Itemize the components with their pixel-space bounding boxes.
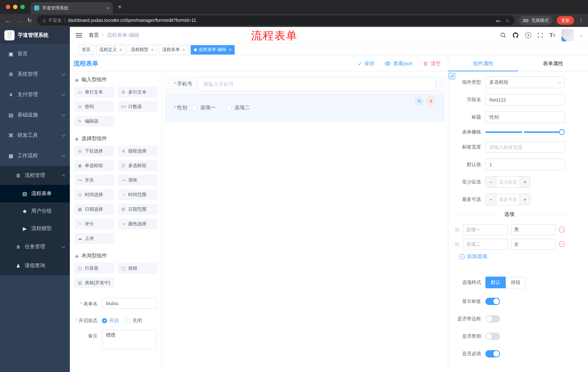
grid-slider[interactable] bbox=[485, 131, 562, 133]
chevron-down-icon[interactable] bbox=[580, 34, 583, 37]
search-icon[interactable] bbox=[500, 32, 506, 38]
form-remark-textarea[interactable]: 嘿嘿 bbox=[102, 330, 157, 350]
decrease-button[interactable]: − bbox=[486, 194, 496, 205]
drag-handle-icon[interactable] bbox=[454, 227, 460, 233]
tag-home[interactable]: 首页 bbox=[79, 45, 94, 54]
palette-item-cascader[interactable]: ⋔级联选择 bbox=[118, 146, 158, 157]
save-button[interactable]: ✓ 保存 bbox=[358, 60, 374, 67]
sidebar-item-payment[interactable]: ¥ 支付管理 bbox=[0, 85, 70, 105]
palette-item-password[interactable]: ⊝密码 bbox=[74, 101, 114, 112]
delete-field-button[interactable] bbox=[427, 97, 435, 105]
label-width-input[interactable] bbox=[485, 141, 565, 153]
security-status[interactable]: ⚠ 不安全 bbox=[42, 17, 62, 23]
style-button-button[interactable]: 按钮 bbox=[506, 277, 526, 288]
sidebar-item-workflow[interactable]: ▦ 工作流程 bbox=[0, 146, 70, 166]
sidebar-item-leave-query[interactable]: ♟ 请假查询 bbox=[0, 256, 70, 275]
palette-item-time-picker[interactable]: ◷时间选择 bbox=[74, 189, 114, 200]
increase-button[interactable]: + bbox=[520, 194, 530, 205]
palette-item-date-range[interactable]: ⊞日期范围 bbox=[118, 204, 158, 215]
tag-close-icon[interactable]: × bbox=[119, 47, 122, 53]
status-off-radio[interactable]: 关闭 bbox=[125, 315, 142, 324]
sidebar-item-process-form[interactable]: ▧ 流程表单 bbox=[0, 185, 70, 202]
option-value-input[interactable] bbox=[511, 239, 556, 250]
sidebar-item-user-group[interactable]: ☻ 用户分组 bbox=[0, 202, 70, 220]
gender-option-1-checkbox[interactable]: 选项一 bbox=[192, 105, 216, 111]
required-toggle[interactable] bbox=[485, 350, 500, 357]
palette-item-checkbox-group[interactable]: ☑多选框组 bbox=[118, 160, 158, 171]
font-size-icon[interactable]: TT bbox=[549, 32, 555, 38]
default-value-input[interactable] bbox=[485, 159, 565, 170]
palette-item-button[interactable]: ▢按钮 bbox=[118, 263, 158, 274]
form-name-input[interactable] bbox=[102, 298, 157, 309]
option-label-input[interactable] bbox=[463, 239, 508, 250]
palette-item-editor[interactable]: ✎编辑器 bbox=[74, 116, 114, 127]
breadcrumb-home[interactable]: 首页 bbox=[89, 32, 99, 38]
field-link-badge[interactable] bbox=[449, 73, 455, 79]
help-icon[interactable]: ? bbox=[525, 32, 531, 38]
tag-process-form[interactable]: 流程表单 × bbox=[159, 45, 188, 54]
palette-item-table[interactable]: ▥表格[开发中] bbox=[74, 277, 114, 288]
bookmark-star-icon[interactable]: ☆ bbox=[505, 18, 509, 23]
tag-close-icon[interactable]: × bbox=[229, 47, 231, 53]
sidebar-item-process-mgmt[interactable]: ≣ 流程管理 bbox=[0, 166, 70, 185]
sidebar-item-devtools[interactable]: ⌘ 研发工具 bbox=[0, 125, 70, 146]
sidebar-item-process-model[interactable]: ▶ 流程模型 bbox=[0, 220, 70, 237]
form-canvas[interactable]: 手机号 性别 选项一 选项二 bbox=[162, 71, 448, 372]
decrease-button[interactable]: − bbox=[486, 177, 496, 187]
fullscreen-icon[interactable] bbox=[537, 32, 543, 38]
option-value-input[interactable] bbox=[511, 224, 556, 235]
palette-item-time-range[interactable]: ◔时间范围 bbox=[118, 189, 158, 200]
remove-option-button[interactable]: − bbox=[559, 241, 565, 247]
disabled-toggle[interactable] bbox=[485, 333, 500, 340]
sidebar-item-task-mgmt[interactable]: ⋔ 任务管理 bbox=[0, 237, 70, 256]
palette-item-row-container[interactable]: ◫行容器 bbox=[74, 263, 114, 274]
min-select-value[interactable]: 至少应选 bbox=[496, 177, 520, 187]
palette-item-date-picker[interactable]: ▦日期选择 bbox=[74, 204, 114, 215]
update-button[interactable]: 更新 bbox=[557, 16, 574, 25]
user-avatar[interactable] bbox=[561, 29, 574, 41]
browser-tab[interactable]: 芋道管理系统 × bbox=[31, 2, 113, 14]
zoom-window-button[interactable] bbox=[20, 5, 25, 9]
drag-handle-icon[interactable] bbox=[454, 241, 460, 247]
close-window-button[interactable] bbox=[6, 5, 10, 9]
back-button[interactable]: ← bbox=[4, 17, 11, 23]
title-input[interactable] bbox=[485, 111, 565, 123]
copy-field-button[interactable] bbox=[415, 97, 423, 105]
palette-item-upload[interactable]: ☁上传 bbox=[74, 233, 114, 244]
palette-item-counter[interactable]: 123计数器 bbox=[118, 101, 158, 112]
component-type-select[interactable]: 多选框组 bbox=[485, 76, 565, 88]
tag-process-form-edit[interactable]: 流程表单-编辑 × bbox=[191, 45, 235, 54]
tab-form-props[interactable]: 表单属性 bbox=[518, 56, 588, 71]
palette-item-select[interactable]: ◎下拉选择 bbox=[74, 146, 114, 157]
slider-handle[interactable] bbox=[559, 129, 565, 135]
tab-close-icon[interactable]: × bbox=[106, 5, 109, 11]
remove-option-button[interactable]: − bbox=[559, 227, 565, 233]
password-key-icon[interactable] bbox=[496, 18, 501, 23]
tag-process-definition[interactable]: 流程定义 × bbox=[96, 45, 125, 54]
app-logo[interactable]: 芋道管理系统 bbox=[0, 27, 70, 44]
status-on-radio[interactable]: 开启 bbox=[102, 315, 119, 324]
add-option-button[interactable]: + 添加选项 bbox=[459, 253, 565, 260]
palette-item-rate[interactable]: ☆评分 bbox=[74, 218, 114, 229]
hamburger-menu-icon[interactable] bbox=[76, 33, 82, 37]
with-border-toggle[interactable] bbox=[485, 315, 500, 322]
palette-item-slider[interactable]: ⊸滑块 bbox=[118, 175, 158, 186]
palette-item-radio-group[interactable]: ◉单选框组 bbox=[74, 160, 114, 171]
palette-item-multi-text[interactable]: ≣多行文本 bbox=[118, 87, 158, 97]
palette-item-single-text[interactable]: ▭单行文本 bbox=[74, 87, 114, 97]
phone-input[interactable] bbox=[197, 77, 436, 91]
tab-component-props[interactable]: 组件属性 bbox=[448, 56, 518, 71]
sidebar-item-home[interactable]: ▣ 首页 bbox=[0, 44, 70, 64]
new-tab-button[interactable]: + bbox=[118, 3, 122, 11]
reload-button[interactable]: ↻ bbox=[26, 17, 33, 24]
url-bar[interactable]: ⚠ 不安全 dashboard.yudao.iocoder.cn/bpm/man… bbox=[37, 15, 514, 25]
option-label-input[interactable] bbox=[463, 224, 508, 235]
browser-menu-icon[interactable]: ⋮ bbox=[578, 18, 584, 23]
increase-button[interactable]: + bbox=[520, 177, 530, 187]
style-default-button[interactable]: 默认 bbox=[485, 277, 506, 288]
gender-option-2-checkbox[interactable]: 选项二 bbox=[227, 105, 250, 111]
tag-process-model[interactable]: 流程模型 × bbox=[127, 45, 157, 54]
field-name-input[interactable] bbox=[485, 94, 565, 106]
forward-button[interactable]: → bbox=[15, 17, 22, 23]
canvas-field-gender-selected[interactable]: 性别 选项一 选项二 bbox=[165, 93, 445, 122]
